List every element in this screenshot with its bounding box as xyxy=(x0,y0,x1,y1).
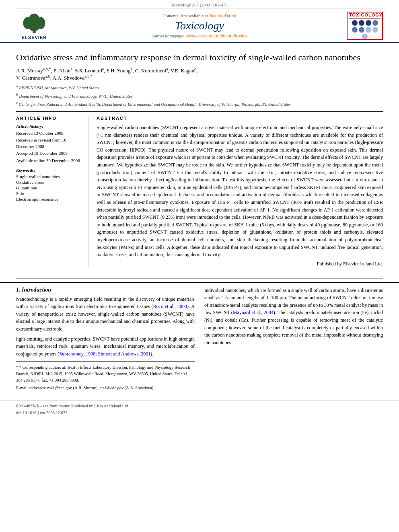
section-divider xyxy=(16,278,383,279)
affil-a: a PPRB/NIOSH, Morgantown, WV, United Sta… xyxy=(16,84,383,91)
ref-maynard[interactable]: Maynard et al., 2004 xyxy=(233,310,274,315)
abstract-text: Single-walled carbon nanotubes (SWCNT) r… xyxy=(97,124,383,259)
keyword-item: Skin xyxy=(16,191,83,196)
author-castranova: V. Castranovaa,b, xyxy=(16,75,51,81)
citation-text: Toxicology 257 (2009) 161–171 xyxy=(171,2,228,7)
tox-dot xyxy=(352,27,358,33)
history-label: Article history: xyxy=(16,124,83,129)
ref-sinnott[interactable]: Sinnott and Andrews, 2001 xyxy=(98,351,151,357)
abstract-paragraph: Single-walled carbon nanotubes (SWCNT) r… xyxy=(97,124,383,259)
history-items: Received 13 October 2008Received in revi… xyxy=(16,130,83,164)
article-info-col: ARTICLE INFO Article history: Received 1… xyxy=(16,116,88,267)
author-shvedova: A.A. Shvedovaa,b,* xyxy=(52,75,92,81)
abstract-heading: ABSTRACT xyxy=(97,116,383,121)
tox-dot xyxy=(352,20,358,26)
article-info-heading: ARTICLE INFO xyxy=(16,116,83,121)
svg-point-5 xyxy=(33,13,35,16)
homepage-link: www.elsevier.com/locate/toxicol xyxy=(185,33,247,38)
body-container: 1. Introduction Nanotechnology is a rapi… xyxy=(0,282,399,401)
ref-roco[interactable]: Roco et al., 2000 xyxy=(153,304,187,309)
published-by: Published by Elsevier Ireland Ltd. xyxy=(97,261,383,267)
article-container: Oxidative stress and inflammatory respon… xyxy=(0,43,399,275)
tox-dot xyxy=(362,34,368,39)
svg-rect-6 xyxy=(33,16,35,20)
intro-left-text: Nanotechnology is a rapidly emerging fie… xyxy=(16,296,195,358)
bottom-info: 0300-483X/$ – see front matter. Publishe… xyxy=(0,400,399,419)
intro-title: 1. Introduction xyxy=(16,287,195,293)
history-item: Received 13 October 2008 xyxy=(16,130,83,136)
article-title: Oxidative stress and inflammatory respon… xyxy=(16,52,383,64)
sciencedirect-link: ScienceDirect xyxy=(209,13,237,18)
history-item: Accepted 18 December 2008 xyxy=(16,150,83,156)
intro-right-para-1: Individual nanotubes, which are formed a… xyxy=(204,287,383,347)
toxicology-logo-box: TOXICOLOGY xyxy=(347,12,383,40)
doi-text: doi:10.1016/j.tox.2008.12.023 xyxy=(16,411,67,415)
issn-text: 0300-483X/$ – see front matter. Publishe… xyxy=(16,404,129,408)
author-young: S.H. Younga, xyxy=(107,68,134,74)
intro-right-text: Individual nanotubes, which are formed a… xyxy=(204,287,383,347)
intro-label: Introduction xyxy=(22,287,51,293)
ref-subramoney[interactable]: Subramoney, 1998 xyxy=(59,351,95,357)
footnote-star-text: * Corresponding authors at: Health Effec… xyxy=(16,365,190,382)
keyword-items: Single-walled nanotubesOxidative stressG… xyxy=(16,174,83,201)
author-murray: A.R. Murraya,b,*, xyxy=(16,68,52,74)
body-left: 1. Introduction Nanotechnology is a rapi… xyxy=(16,287,195,392)
author-kisin: E. Kisina, xyxy=(53,68,74,74)
tox-dot xyxy=(359,27,364,33)
author-kagan: V.E. Kaganc, xyxy=(171,68,197,74)
tox-dot xyxy=(372,27,378,33)
footnote-star-icon: * xyxy=(16,365,18,370)
tox-dot xyxy=(372,20,378,26)
tox-dot xyxy=(366,27,371,33)
intro-para-2: light-emitting, and catalytic properties… xyxy=(16,335,195,358)
authors-line: A.R. Murraya,b,*, E. Kisina, S.S. Leonar… xyxy=(16,67,383,82)
elsevier-label: ELSEVIER xyxy=(22,35,47,40)
footnotes: * * Corresponding authors at: Health Eff… xyxy=(16,362,195,391)
journal-name: Toxicology xyxy=(52,19,347,32)
intro-number: 1. xyxy=(16,287,21,293)
abstract-col: ABSTRACT Single-walled carbon nanotubes … xyxy=(97,116,383,267)
keyword-item: Oxidative stress xyxy=(16,180,83,185)
affil-c: c Center for Free Radical and Antioxidan… xyxy=(16,100,383,107)
footnote-email-text: E-mail addresses: zsk1@cdc.gov (A.R. Mur… xyxy=(16,386,154,390)
author-leonard: S.S. Leonarda, xyxy=(75,68,105,74)
body-right: Individual nanotubes, which are formed a… xyxy=(204,287,383,392)
homepage-text: journal homepage: xyxy=(152,33,186,38)
tox-dot xyxy=(366,20,371,26)
keyword-item: Glutathione xyxy=(16,185,83,190)
intro-para-1: Nanotechnology is a rapidly emerging fie… xyxy=(16,296,195,333)
journal-title-block: Contents lists available at ScienceDirec… xyxy=(52,13,347,38)
body-two-col: 1. Introduction Nanotechnology is a rapi… xyxy=(16,287,383,392)
author-kommineni: C. Komminenia, xyxy=(135,68,169,74)
history-item: Received in revised form 16 December 200… xyxy=(16,137,83,150)
keyword-item: Electron spin resonance xyxy=(16,197,83,201)
tox-dots xyxy=(351,20,379,39)
affil-b: b Department of Physiology and Pharmacol… xyxy=(16,92,383,99)
journal-homepage: journal homepage: www.elsevier.com/locat… xyxy=(52,33,347,38)
sciencedirect-line: Contents lists available at ScienceDirec… xyxy=(52,13,347,18)
keyword-item: Single-walled nanotubes xyxy=(16,174,83,179)
affiliations: a PPRB/NIOSH, Morgantown, WV, United Sta… xyxy=(16,84,383,107)
footnote-star-line: * * Corresponding authors at: Health Eff… xyxy=(16,364,195,383)
journal-header: ELSEVIER Contents lists available at Sci… xyxy=(0,8,399,43)
history-item: Available online 30 December 2008 xyxy=(16,158,83,164)
elsevier-logo: ELSEVIER xyxy=(16,12,52,40)
tox-dot xyxy=(359,20,364,26)
footnote-email-line: E-mail addresses: zsk1@cdc.gov (A.R. Mur… xyxy=(16,385,195,391)
elsevier-tree-icon xyxy=(18,12,50,34)
tox-logo-title: TOXICOLOGY xyxy=(349,12,380,19)
keywords-label: Keywords: xyxy=(16,168,83,173)
sciencedirect-text: Contents lists available at xyxy=(162,13,209,18)
citation-bar: Toxicology 257 (2009) 161–171 xyxy=(16,0,383,8)
article-info-abstract: ARTICLE INFO Article history: Received 1… xyxy=(16,111,383,267)
